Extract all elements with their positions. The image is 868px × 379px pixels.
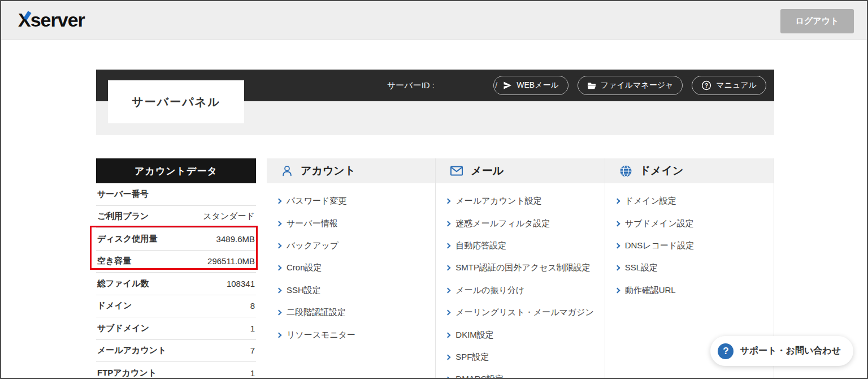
- menu-link-item: ドメイン設定: [614, 190, 774, 212]
- account-data-row: 総ファイル数 108341: [96, 273, 256, 295]
- menu-link[interactable]: リソースモニター: [287, 330, 355, 341]
- menu-link[interactable]: パスワード変更: [287, 196, 346, 206]
- chevron-right-icon: [614, 265, 620, 271]
- globe-icon: [619, 165, 632, 178]
- menu-link-item: DNSレコード設定: [614, 235, 774, 257]
- account-data-row-label: メールアカウント: [97, 345, 166, 356]
- paper-plane-icon: [503, 81, 512, 90]
- menu-link[interactable]: サブドメイン設定: [625, 218, 694, 229]
- menu-link-item: SMTP認証の国外アクセス制限設定: [445, 257, 604, 279]
- menu-link[interactable]: DMARC設定: [455, 374, 504, 379]
- account-column-header: アカウント: [267, 158, 435, 183]
- domain-column-header: ドメイン: [605, 158, 774, 183]
- account-data-row: ドメイン 8: [96, 295, 256, 318]
- file-manager-button[interactable]: ファイルマネージャ: [578, 76, 683, 95]
- menu-link-item: リソースモニター: [276, 324, 435, 346]
- menu-link[interactable]: バックアップ: [287, 240, 338, 251]
- menu-link[interactable]: 動作確認URL: [625, 285, 676, 296]
- account-data-row-label: 空き容量: [97, 256, 131, 266]
- logout-button[interactable]: ログアウト: [780, 9, 854, 33]
- server-id-label: サーバーID :: [387, 70, 435, 101]
- support-contact-label: サポート・お問い合わせ: [740, 345, 841, 357]
- account-data-row-label: サーバー番号: [97, 189, 149, 200]
- account-data-row-value: スタンダード: [203, 211, 255, 222]
- chevron-right-icon: [445, 221, 451, 226]
- menu-link[interactable]: メーリングリスト・メールマガジン: [455, 307, 594, 318]
- account-data-row: サーバー番号: [96, 183, 256, 206]
- mail-links: メールアカウント設定 迷惑メールフィルタ設定 自動応答設定 SM: [436, 183, 604, 379]
- menu-link[interactable]: サーバー情報: [287, 218, 338, 229]
- chevron-right-icon: [276, 265, 282, 271]
- server-panel-banner: サーバーパネル サーバーID : / WEBメール ファイルマネージャ: [96, 70, 774, 135]
- mail-column-header: メール: [436, 158, 604, 183]
- question-circle-icon: ?: [701, 80, 711, 91]
- chevron-right-icon: [276, 310, 282, 316]
- mail-icon: [450, 165, 463, 177]
- menu-link-item: 迷惑メールフィルタ設定: [445, 212, 604, 234]
- file-manager-label: ファイルマネージャ: [601, 80, 674, 91]
- chevron-right-icon: [445, 354, 451, 360]
- top-header: Xserver ログアウト: [1, 1, 867, 40]
- menu-link-item: サーバー情報: [276, 212, 435, 234]
- manual-button[interactable]: ? マニュアル: [692, 76, 766, 95]
- menu-link[interactable]: SSH設定: [287, 285, 321, 296]
- chevron-right-icon: [614, 199, 620, 204]
- menu-link[interactable]: 迷惑メールフィルタ設定: [455, 218, 550, 229]
- chevron-right-icon: [445, 265, 451, 271]
- chevron-right-icon: [276, 243, 282, 249]
- chevron-right-icon: [614, 221, 620, 226]
- account-data-title: アカウントデータ: [96, 158, 256, 183]
- menu-link-item: メールアカウント設定: [445, 190, 604, 212]
- menu-link[interactable]: DNSレコード設定: [625, 240, 695, 251]
- manual-label: マニュアル: [716, 80, 757, 91]
- xserver-logo: Xserver: [18, 9, 85, 31]
- account-data-row-label: サブドメイン: [97, 323, 149, 334]
- menu-link[interactable]: 自動応答設定: [455, 240, 506, 251]
- menu-link[interactable]: 二段階認証設定: [287, 307, 346, 318]
- chevron-right-icon: [445, 287, 451, 293]
- chevron-right-icon: [614, 243, 620, 249]
- menu-link-item: DMARC設定: [445, 368, 604, 379]
- menu-link-item: SSH設定: [276, 279, 435, 302]
- question-icon: ?: [718, 343, 734, 359]
- menu-link[interactable]: ドメイン設定: [625, 196, 676, 206]
- webmail-button[interactable]: WEBメール: [493, 76, 568, 95]
- mail-column-title: メール: [471, 163, 504, 178]
- menu-column-mail: メール メールアカウント設定 迷惑メールフィルタ設定 自動: [435, 158, 604, 379]
- account-data-rows: サーバー番号 ご利用プラン スタンダード ディスク使用量 3489.6MB 空き…: [96, 183, 256, 379]
- account-data-row: ディスク使用量 3489.6MB: [96, 228, 256, 251]
- chevron-right-icon: [445, 332, 451, 338]
- menu-link[interactable]: Cron設定: [287, 262, 322, 273]
- account-data-row-value: 108341: [227, 279, 255, 288]
- account-data-panel: アカウントデータ サーバー番号 ご利用プラン スタンダード ディスク使用量 34…: [96, 158, 256, 379]
- panel-title-box: サーバーパネル: [108, 80, 244, 123]
- domain-column-title: ドメイン: [640, 163, 684, 178]
- menu-link-item: パスワード変更: [276, 190, 435, 212]
- menu-link-item: サブドメイン設定: [614, 212, 774, 234]
- account-data-row: 空き容量 296511.0MB: [96, 251, 256, 273]
- account-data-row-value: 3489.6MB: [216, 234, 255, 244]
- chevron-right-icon: [445, 377, 451, 379]
- account-data-row: ご利用プラン スタンダード: [96, 206, 256, 229]
- menu-link[interactable]: メールの振り分け: [455, 285, 524, 296]
- menu-link-item: SPF設定: [445, 346, 604, 368]
- chevron-right-icon: [614, 287, 620, 293]
- domain-links: ドメイン設定 サブドメイン設定 DNSレコード設定 SSL設定: [605, 183, 774, 302]
- account-data-row-value: 296511.0MB: [207, 256, 255, 266]
- account-data-row-label: ドメイン: [97, 300, 132, 311]
- support-contact-button[interactable]: ? サポート・お問い合わせ: [710, 336, 853, 366]
- menu-link[interactable]: DKIM設定: [455, 330, 494, 341]
- banner-buttons: WEBメール ファイルマネージャ ? マニュアル: [493, 76, 766, 95]
- menu-link-item: DKIM設定: [445, 324, 604, 346]
- account-links: パスワード変更 サーバー情報 バックアップ Cron設定: [267, 183, 435, 346]
- account-data-row-value: 8: [250, 301, 255, 311]
- menu-link[interactable]: メールアカウント設定: [455, 196, 541, 206]
- menu-link[interactable]: SSL設定: [625, 262, 658, 273]
- account-data-row-value: 7: [250, 346, 255, 355]
- webmail-label: WEBメール: [517, 80, 559, 91]
- page-title: サーバーパネル: [132, 94, 220, 110]
- menu-link[interactable]: SPF設定: [455, 352, 489, 363]
- menu-link[interactable]: SMTP認証の国外アクセス制限設定: [455, 262, 590, 273]
- chevron-right-icon: [445, 310, 451, 316]
- menu-link-item: 自動応答設定: [445, 235, 604, 257]
